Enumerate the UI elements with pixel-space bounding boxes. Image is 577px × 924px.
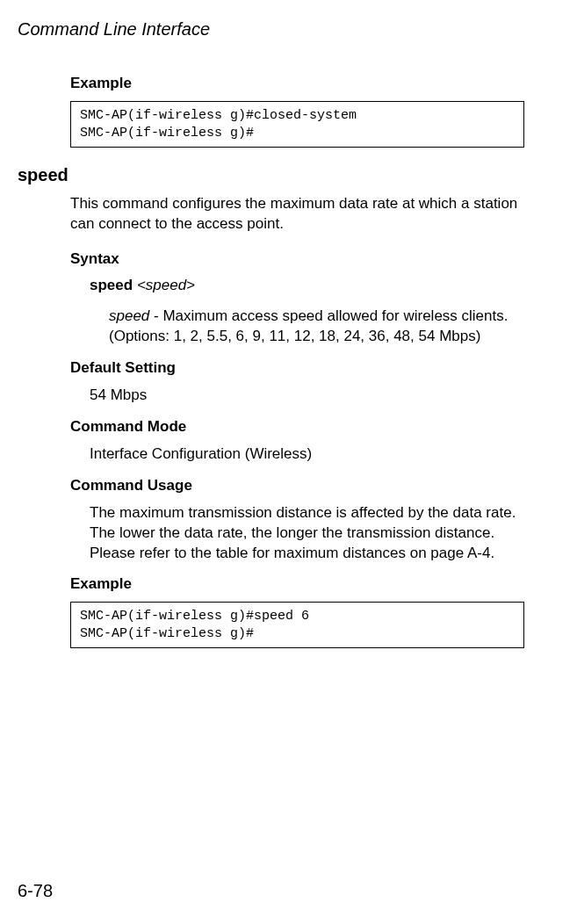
syntax-keyword: speed — [90, 277, 133, 293]
command-usage-value: The maximum transmission distance is aff… — [90, 503, 524, 564]
command-mode-value: Interface Configuration (Wireless) — [90, 444, 524, 465]
syntax-param: <speed> — [137, 277, 195, 293]
param-desc-rest: - Maximum access speed allowed for wirel… — [109, 307, 508, 344]
syntax-heading: Syntax — [70, 250, 542, 268]
command-description: This command configures the maximum data… — [70, 194, 524, 235]
command-name: speed — [18, 165, 542, 185]
default-setting-heading: Default Setting — [70, 359, 542, 377]
param-name: speed — [109, 307, 149, 324]
example1-heading: Example — [70, 75, 542, 92]
syntax-line: speed <speed> — [90, 277, 542, 294]
example2-heading: Example — [70, 575, 542, 593]
example2-code: SMC-AP(if-wireless g)#speed 6 SMC-AP(if-… — [70, 602, 524, 648]
command-usage-heading: Command Usage — [70, 477, 542, 494]
page-header: Command Line Interface — [18, 19, 542, 40]
syntax-param-desc: speed - Maximum access speed allowed for… — [109, 307, 524, 347]
page-number: 6-78 — [18, 881, 53, 901]
example1-code: SMC-AP(if-wireless g)#closed-system SMC-… — [70, 101, 524, 148]
default-setting-value: 54 Mbps — [90, 386, 524, 406]
command-mode-heading: Command Mode — [70, 418, 542, 436]
